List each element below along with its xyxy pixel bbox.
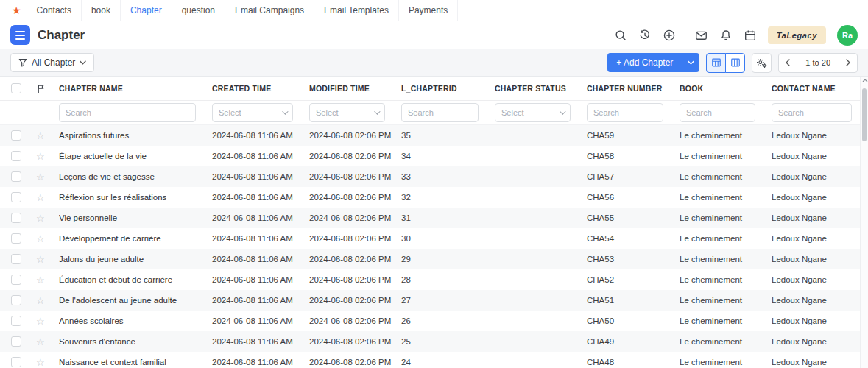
nav-item-payments[interactable]: Payments xyxy=(399,0,458,21)
cell-contact-name[interactable]: Ledoux Ngane xyxy=(772,316,868,325)
filter-contact-name-input[interactable] xyxy=(772,103,852,122)
favorite-star-icon[interactable]: ☆ xyxy=(32,172,59,182)
cell-book[interactable]: Le cheminement xyxy=(680,358,772,367)
cell-chapter-name[interactable]: Développement de carrière xyxy=(59,234,212,243)
filter-book-input[interactable] xyxy=(680,103,755,122)
cell-book[interactable]: Le cheminement xyxy=(680,275,772,284)
column-header-created-time[interactable]: CREATED TIME xyxy=(212,84,309,93)
cell-book[interactable]: Le cheminement xyxy=(680,234,772,243)
favorite-star-icon[interactable]: ☆ xyxy=(32,358,59,367)
table-row[interactable]: ☆ Naissance et context familial 2024-06-… xyxy=(0,352,868,368)
row-checkbox[interactable] xyxy=(11,130,21,141)
cell-chapter-name[interactable]: Aspirations futures xyxy=(59,131,212,140)
kanban-view-button[interactable] xyxy=(725,53,745,73)
cell-contact-name[interactable]: Ledoux Ngane xyxy=(772,255,868,263)
add-chapter-dropdown-button[interactable] xyxy=(682,53,699,72)
table-row[interactable]: ☆ Aspirations futures 2024-06-08 11:06 A… xyxy=(0,125,868,146)
row-checkbox[interactable] xyxy=(11,213,21,223)
cell-book[interactable]: Le cheminement xyxy=(680,296,772,305)
table-row[interactable]: ☆ De l'adolescent au jeune adulte 2024-0… xyxy=(0,290,868,311)
cell-contact-name[interactable]: Ledoux Ngane xyxy=(772,337,868,346)
calendar-icon[interactable] xyxy=(744,29,757,42)
vertical-scrollbar[interactable] xyxy=(860,77,868,368)
cell-contact-name[interactable]: Ledoux Ngane xyxy=(772,296,868,305)
row-checkbox[interactable] xyxy=(11,336,21,347)
cell-book[interactable]: Le cheminement xyxy=(680,337,772,346)
row-checkbox[interactable] xyxy=(11,275,21,285)
table-row[interactable]: ☆ Leçons de vie et sagesse 2024-06-08 11… xyxy=(0,166,868,187)
bell-icon[interactable] xyxy=(719,29,733,42)
cell-chapter-name[interactable]: Étape actuelle de la vie xyxy=(59,152,212,160)
row-checkbox[interactable] xyxy=(11,295,21,305)
table-row[interactable]: ☆ Souvenirs d'enfance 2024-06-08 11:06 A… xyxy=(0,331,868,352)
cell-chapter-name[interactable]: Leçons de vie et sagesse xyxy=(59,172,212,181)
table-view-button[interactable] xyxy=(706,53,726,73)
table-row[interactable]: ☆ Réflexion sur les réalisations 2024-06… xyxy=(0,187,868,208)
table-row[interactable]: ☆ Vie personnelle 2024-06-08 11:06 AM 20… xyxy=(0,208,868,228)
cell-contact-name[interactable]: Ledoux Ngane xyxy=(772,358,868,367)
row-checkbox[interactable] xyxy=(11,254,21,264)
filter-chapter-number-input[interactable] xyxy=(587,103,663,122)
table-row[interactable]: ☆ Jalons du jeune adulte 2024-06-08 11:0… xyxy=(0,249,868,269)
scroll-up-icon[interactable] xyxy=(861,79,868,82)
nav-item-contacts[interactable]: Contacts xyxy=(27,0,82,21)
row-checkbox[interactable] xyxy=(11,171,21,182)
table-row[interactable]: ☆ Étape actuelle de la vie 2024-06-08 11… xyxy=(0,146,868,166)
column-header-contact-name[interactable]: CONTACT NAME xyxy=(772,84,868,93)
menu-button[interactable] xyxy=(10,25,30,45)
table-row[interactable]: ☆ Années scolaires 2024-06-08 11:06 AM 2… xyxy=(0,311,868,331)
mail-icon[interactable] xyxy=(694,29,708,42)
column-header-book[interactable]: BOOK xyxy=(680,84,772,93)
cell-chapter-name[interactable]: Réflexion sur les réalisations xyxy=(59,193,212,202)
cell-book[interactable]: Le cheminement xyxy=(680,193,772,202)
column-header-modified-time[interactable]: MODIFIED TIME xyxy=(309,84,401,93)
row-checkbox[interactable] xyxy=(11,233,21,244)
user-avatar[interactable]: Ra xyxy=(837,25,858,46)
scrollbar-thumb[interactable] xyxy=(862,88,867,141)
filter-modified-time-select[interactable]: Select xyxy=(309,103,385,122)
cell-chapter-name[interactable]: Années scolaires xyxy=(59,316,212,325)
favorite-star-icon[interactable]: ☆ xyxy=(32,213,59,223)
pagination-next-button[interactable] xyxy=(839,54,857,72)
cell-chapter-name[interactable]: Jalons du jeune adulte xyxy=(59,255,212,263)
nav-item-question[interactable]: question xyxy=(172,0,225,21)
search-icon[interactable] xyxy=(614,29,627,42)
favorite-star-icon[interactable]: ☆ xyxy=(32,296,59,305)
filter-created-time-select[interactable]: Select xyxy=(212,103,293,122)
cell-chapter-name[interactable]: Naissance et context familial xyxy=(59,358,212,367)
cell-chapter-name[interactable]: Souvenirs d'enfance xyxy=(59,337,212,346)
favorite-star-icon[interactable]: ☆ xyxy=(32,193,59,202)
nav-item-chapter[interactable]: Chapter xyxy=(121,0,172,21)
cell-book[interactable]: Le cheminement xyxy=(680,255,772,263)
column-header-l-chapterid[interactable]: L_CHAPTERID xyxy=(401,84,495,93)
cell-book[interactable]: Le cheminement xyxy=(680,316,772,325)
nav-item-book[interactable]: book xyxy=(82,0,121,21)
view-filter-button[interactable]: All Chapter xyxy=(10,53,94,72)
column-header-chapter-number[interactable]: CHAPTER NUMBER xyxy=(587,84,680,93)
cell-contact-name[interactable]: Ledoux Ngane xyxy=(772,193,868,202)
row-checkbox[interactable] xyxy=(11,316,21,326)
column-header-chapter-name[interactable]: CHAPTER NAME xyxy=(59,84,212,93)
cell-chapter-name[interactable]: De l'adolescent au jeune adulte xyxy=(59,296,212,305)
row-checkbox[interactable] xyxy=(11,357,21,367)
favorite-star-icon[interactable]: ☆ xyxy=(32,337,59,347)
cell-contact-name[interactable]: Ledoux Ngane xyxy=(772,172,868,181)
add-circle-icon[interactable] xyxy=(663,29,676,42)
favorite-star-icon[interactable]: ☆ xyxy=(32,255,59,264)
cell-chapter-name[interactable]: Éducation et début de carrière xyxy=(59,275,212,284)
cell-contact-name[interactable]: Ledoux Ngane xyxy=(772,131,868,140)
cell-book[interactable]: Le cheminement xyxy=(680,131,772,140)
cell-book[interactable]: Le cheminement xyxy=(680,172,772,181)
column-header-chapter-status[interactable]: CHAPTER STATUS xyxy=(495,84,587,93)
favorite-star-icon[interactable]: ☆ xyxy=(32,275,59,285)
row-checkbox[interactable] xyxy=(11,192,21,202)
nav-item-email-templates[interactable]: Email Templates xyxy=(314,0,399,21)
cell-contact-name[interactable]: Ledoux Ngane xyxy=(772,152,868,160)
filter-chapter-status-select[interactable]: Select xyxy=(495,103,571,122)
favorite-star-icon[interactable]: ☆ xyxy=(32,152,59,161)
pagination-prev-button[interactable] xyxy=(779,54,797,72)
nav-item-email-campaigns[interactable]: Email Campaigns xyxy=(225,0,314,21)
cell-book[interactable]: Le cheminement xyxy=(680,213,772,222)
favorite-star-icon[interactable]: ☆ xyxy=(32,131,59,141)
table-row[interactable]: ☆ Éducation et début de carrière 2024-06… xyxy=(0,269,868,290)
